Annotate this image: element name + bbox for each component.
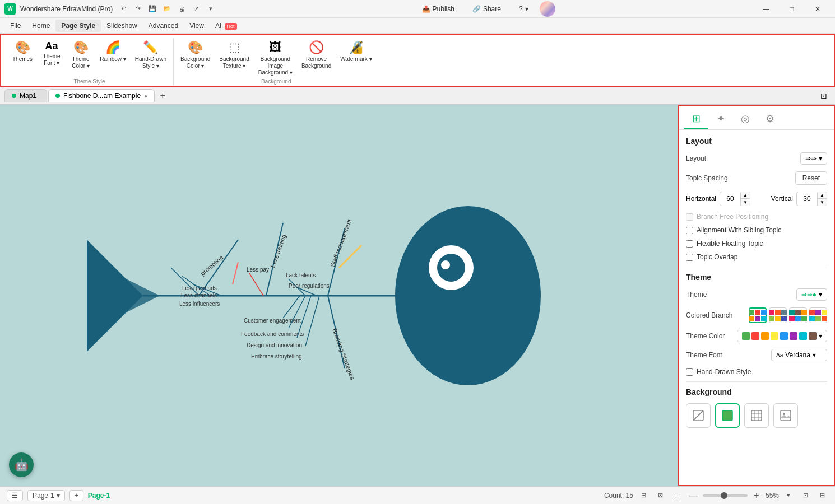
- flexible-label: Flexible Floating Topic: [697, 240, 763, 248]
- open-button[interactable]: 📂: [161, 3, 173, 15]
- rainbow-button[interactable]: 🌈 Rainbow ▾: [96, 38, 129, 65]
- bc-19: [809, 310, 815, 315]
- bg-color-button[interactable]: 🎨 BackgroundColor ▾: [177, 38, 214, 72]
- vertical-up[interactable]: ▲: [818, 192, 827, 199]
- export-button[interactable]: ↗: [190, 3, 202, 15]
- fit-all-button[interactable]: ⊡: [799, 489, 811, 502]
- menu-slideshow[interactable]: Slideshow: [101, 20, 143, 32]
- branch-opt-2[interactable]: [769, 307, 787, 323]
- vertical-down[interactable]: ▼: [818, 199, 827, 206]
- background-section-title: Background: [686, 388, 827, 396]
- fullscreen-button[interactable]: ⛶: [671, 489, 684, 502]
- branch-opt-4[interactable]: [809, 307, 827, 323]
- bg-texture-button[interactable]: ⬚ BackgroundTexture ▾: [216, 38, 252, 72]
- panel-tab-ai[interactable]: ✦: [708, 109, 733, 129]
- watermark-button[interactable]: 🔏 Watermark ▾: [337, 38, 375, 65]
- theme-font-select[interactable]: Aa Verdana ▾: [771, 349, 827, 361]
- panel-toggle-button[interactable]: ⊡: [817, 89, 831, 102]
- bc-16: [789, 316, 795, 321]
- page-navigation[interactable]: ☰: [7, 490, 23, 501]
- bc-17: [795, 316, 801, 321]
- bg-opt-texture[interactable]: [744, 403, 769, 428]
- theme-style-buttons: 🎨 Themes Aa ThemeFont ▾ 🎨 ThemeColor ▾ 🌈…: [9, 38, 170, 72]
- horizontal-up[interactable]: ▲: [741, 192, 750, 199]
- horizontal-down[interactable]: ▼: [741, 199, 750, 206]
- hand-drawn-button[interactable]: ✏️ Hand-DrawnStyle ▾: [132, 38, 170, 72]
- bg-opt-image[interactable]: [773, 403, 798, 428]
- menu-view[interactable]: View: [184, 20, 210, 32]
- zoom-control: — + 55% ▾: [688, 489, 795, 502]
- undo-button[interactable]: ↶: [117, 3, 129, 15]
- zoom-slider[interactable]: [703, 494, 748, 497]
- multi-view-button[interactable]: ⊟: [638, 489, 650, 502]
- add-page-button[interactable]: +: [69, 490, 84, 501]
- vertical-spinner[interactable]: ▲ ▼: [796, 192, 827, 206]
- flexible-checkbox[interactable]: [686, 240, 693, 248]
- panel-expand-button[interactable]: ⊟: [816, 489, 828, 502]
- close-button[interactable]: ✕: [805, 0, 831, 18]
- ribbon-group-background: 🎨 BackgroundColor ▾ ⬚ BackgroundTexture …: [174, 38, 379, 86]
- panel-tab-location[interactable]: ◎: [733, 109, 758, 129]
- tab-fishbone-close[interactable]: ●: [144, 93, 147, 99]
- theme-color-select[interactable]: ▾: [737, 330, 827, 342]
- color-dropdown-icon: ▾: [819, 332, 822, 340]
- save-button[interactable]: 💾: [146, 3, 159, 15]
- horizontal-spinner[interactable]: ▲ ▼: [720, 192, 750, 206]
- panel-tab-settings[interactable]: ⚙: [758, 109, 782, 129]
- more-button[interactable]: ▾: [205, 3, 217, 15]
- hand-drawn-checkbox[interactable]: [686, 368, 693, 376]
- bg-opt-none[interactable]: [686, 403, 711, 428]
- ai-bubble[interactable]: 🤖: [9, 452, 34, 477]
- hand-drawn-icon: ✏️: [143, 40, 158, 55]
- theme-select[interactable]: ⇒⇒● ▾: [796, 288, 827, 301]
- layout-select[interactable]: ⇒⇒ ▾: [800, 152, 827, 165]
- branch-opt-3[interactable]: [789, 307, 807, 323]
- flexible-row: Flexible Floating Topic: [686, 240, 827, 248]
- help-button[interactable]: ? ▾: [512, 3, 535, 15]
- avatar[interactable]: [540, 1, 555, 17]
- divider-2: [686, 381, 827, 382]
- publish-button[interactable]: 📤 Publish: [415, 3, 461, 15]
- fish-head: [395, 206, 541, 385]
- tab-map1[interactable]: Map1: [4, 89, 47, 102]
- panel-tab-layout[interactable]: ⊞: [684, 109, 708, 129]
- page-selector[interactable]: Page-1 ▾: [27, 490, 65, 501]
- theme-font-button[interactable]: Aa ThemeFont ▾: [38, 38, 65, 69]
- tab-fishbone[interactable]: Fishbone D...am Example ●: [48, 89, 155, 102]
- maximize-button[interactable]: □: [779, 0, 805, 18]
- branch-free-checkbox[interactable]: [686, 213, 693, 221]
- alignment-checkbox[interactable]: [686, 227, 693, 234]
- print-button[interactable]: 🖨: [175, 3, 188, 15]
- sub-line-embrace: [305, 296, 319, 346]
- menu-file[interactable]: File: [4, 20, 26, 32]
- bg-opt-color[interactable]: [715, 403, 740, 428]
- vertical-input[interactable]: [797, 193, 817, 204]
- menu-home[interactable]: Home: [26, 20, 55, 32]
- overlap-checkbox[interactable]: [686, 254, 693, 261]
- spacing-values-row: Horizontal ▲ ▼ Vertical ▲: [686, 192, 827, 206]
- theme-color-button[interactable]: 🎨 ThemeColor ▾: [67, 38, 94, 72]
- menu-ai[interactable]: AI Hot: [210, 20, 243, 32]
- hand-drawn-label: Hand-DrawnStyle ▾: [135, 56, 166, 69]
- minimize-button[interactable]: —: [753, 0, 779, 18]
- zoom-in-button[interactable]: +: [751, 490, 762, 501]
- zoom-out-button[interactable]: —: [688, 490, 699, 501]
- text-poor-regs: Poor regulations: [289, 283, 330, 289]
- menu-advanced[interactable]: Advanced: [143, 20, 184, 32]
- reset-button[interactable]: Reset: [795, 171, 827, 185]
- fit-view-button[interactable]: ⊠: [655, 489, 667, 502]
- swatch-orange: [761, 332, 769, 340]
- zoom-dropdown-button[interactable]: ▾: [782, 489, 795, 502]
- bg-image-button[interactable]: 🖼 BackgroundImageBackground ▾: [255, 38, 296, 78]
- redo-button[interactable]: ↷: [132, 3, 144, 15]
- remove-bg-button[interactable]: 🚫 RemoveBackground: [298, 38, 335, 72]
- branch-grid-3: [788, 309, 808, 323]
- branch-opt-1[interactable]: [749, 307, 767, 323]
- share-button[interactable]: 🔗 Share: [466, 3, 508, 15]
- horizontal-input[interactable]: [720, 193, 740, 204]
- menu-page-style[interactable]: Page Style: [55, 20, 101, 32]
- themes-button[interactable]: 🎨 Themes: [9, 38, 36, 65]
- add-tab-button[interactable]: +: [156, 89, 169, 102]
- help-label: ?: [519, 5, 523, 13]
- canvas-area[interactable]: promotion Less paid ads Less channels Le…: [0, 105, 678, 486]
